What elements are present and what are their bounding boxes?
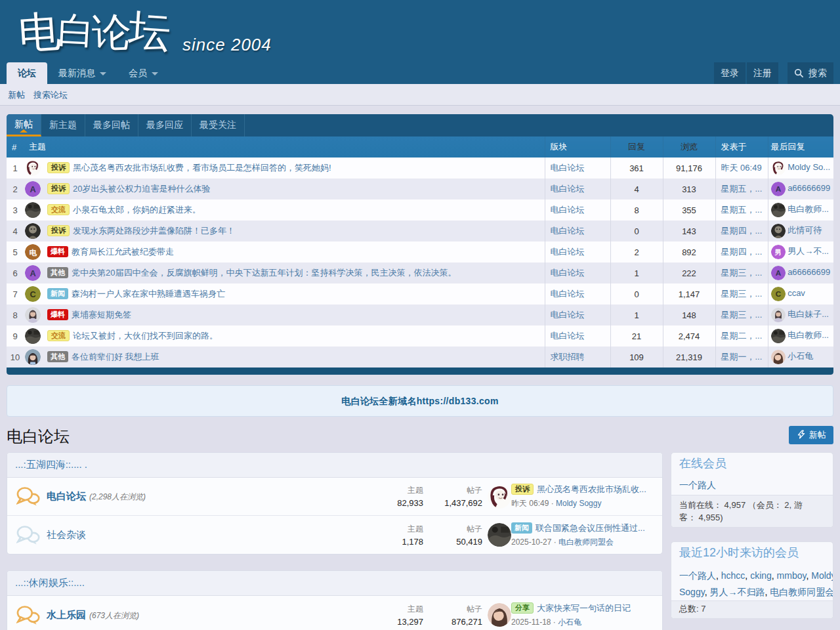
svg-text:A: A	[775, 268, 781, 277]
svg-text:A: A	[30, 268, 35, 278]
svg-text:C: C	[30, 289, 35, 299]
svg-text:男: 男	[774, 249, 781, 256]
svg-text:A: A	[775, 184, 781, 193]
svg-text:A: A	[30, 184, 35, 194]
svg-text:电: 电	[29, 249, 37, 257]
svg-text:C: C	[775, 289, 781, 298]
